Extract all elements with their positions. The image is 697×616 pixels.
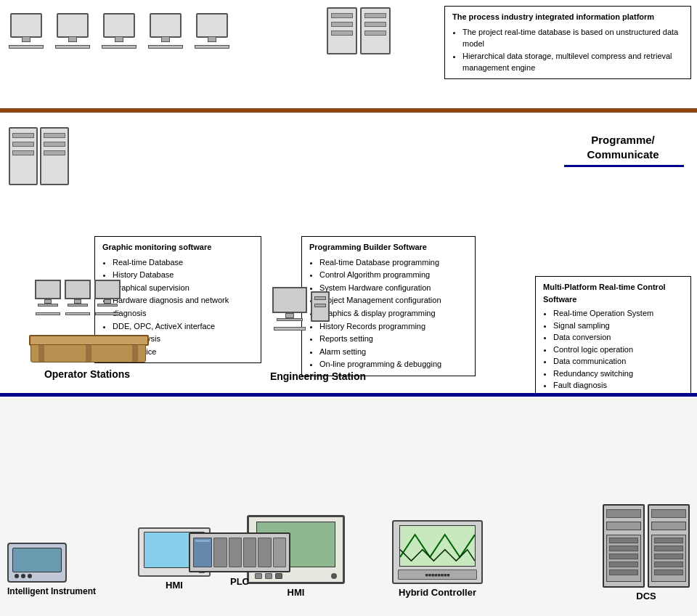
info-box-list: The project real-time database is based … [452,26,683,74]
mp-item-4: Data communication [553,355,683,368]
pb-item-5: History Records programming [319,320,468,333]
mp-item-1: Signal sampling [553,320,683,332]
op-desk-legs [30,344,146,362]
intelligent-instrument-group: Intelligent Instrument [7,543,96,598]
pb-box-title: Programming Builder Software [309,241,468,254]
op-computer-1 [35,280,61,315]
plc-group: PLC [189,532,290,587]
pb-item-4: Graphics & display programming [319,307,468,320]
top-server [327,7,391,54]
workstation-1 [9,13,44,49]
top-section: The process industry integrated informat… [0,0,697,113]
pb-item-7: Alarm setting [319,346,468,359]
gm-box-title: Graphic monitoring software [102,241,253,254]
workstation-3 [102,13,136,49]
gm-item-3: Hardware diagnosis and network diagnosis [113,294,253,320]
info-box: The process industry integrated informat… [444,6,691,79]
workstation-5 [195,13,229,49]
pb-item-2: System Hardware configuration [319,282,468,295]
dcs-group: DCS [603,504,690,601]
hybrid-controller-group: ■■■■■■■■ Hybrid Controller [392,520,483,598]
pb-item-8: On-line programming & debugging [319,358,468,371]
pb-item-0: Real-time Database programming [319,256,468,270]
prog-comm-line [564,165,684,167]
middle-section: Graphic monitoring software Real-time Da… [0,113,697,396]
gm-item-1: History Database [113,269,253,282]
op-computer-3 [94,280,121,315]
info-box-title: The process industry integrated informat… [452,11,683,23]
workstation-4 [148,13,183,49]
mp-item-0: Real-time Operation System [553,307,683,320]
mp-item-2: Data conversion [553,331,683,344]
operator-stations-label: Operator Stations [36,368,138,380]
pb-item-1: Control Algorithm programming [319,269,468,282]
blue-separator [0,393,697,397]
prog-comm-label: Programme/ Communicate [565,133,681,161]
operator-stations-group [35,280,121,315]
mp-item-3: Control logic operation [553,344,683,356]
pb-box-list: Real-time Database programming Control A… [309,256,468,371]
mid-server [9,127,69,185]
plc-label: PLC [189,576,290,587]
workstation-2 [55,13,90,49]
mp-box-title: Multi-Platform Real-time Control Softwar… [543,281,683,305]
dcs-label: DCS [603,591,690,601]
gm-item-2: Graphical supervision [113,282,253,295]
pb-item-6: Reports setting [319,333,468,346]
mp-item-5: Redundancy switching [553,368,683,380]
info-box-item-2: Hierarchical data storage, multilevel co… [462,50,683,74]
bottom-section: Intelligent Instrument HMI HMI [0,396,697,616]
pb-item-3: Project Management configuration [319,294,468,307]
engineering-station-group [272,287,330,331]
engineering-station-label: Engineering Station [267,370,369,382]
gm-item-4: DDE, OPC, ActiveX interface [113,320,253,333]
workstations-row [9,13,229,49]
op-computer-2 [65,280,91,315]
mp-item-6: Fault diagnosis [553,379,683,392]
hybrid-controller-label: Hybrid Controller [392,587,483,598]
brown-separator [0,108,697,113]
hmi2-label: HMI [247,587,345,598]
intelligent-instrument-label: Intelligent Instrument [7,586,96,598]
info-box-item-1: The project real-time database is based … [462,26,683,50]
gm-item-0: Real-time Database [113,256,253,270]
